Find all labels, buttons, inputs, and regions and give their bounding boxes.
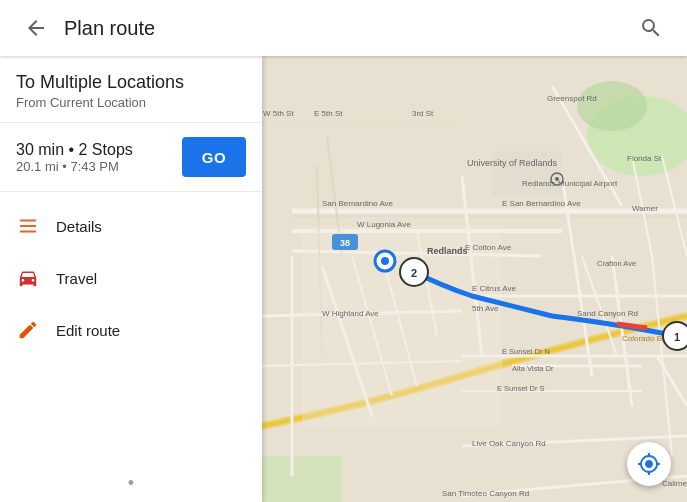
back-button[interactable]	[16, 8, 56, 48]
travel-icon	[16, 266, 40, 290]
svg-text:E Colton Ave: E Colton Ave	[465, 243, 512, 252]
svg-text:W Highland Ave: W Highland Ave	[322, 309, 379, 318]
svg-text:Redlands Municipal Airport: Redlands Municipal Airport	[522, 179, 618, 188]
svg-text:5th Ave: 5th Ave	[472, 304, 499, 313]
map-svg: 38 E San Bernardino Ave San Bernardino A…	[262, 56, 687, 502]
svg-text:Florida St: Florida St	[627, 154, 662, 163]
svg-text:E Sunset Dr S: E Sunset Dr S	[497, 384, 545, 393]
svg-point-2	[577, 81, 647, 131]
svg-text:Live Oak Canyon Rd: Live Oak Canyon Rd	[472, 439, 546, 448]
svg-rect-4	[302, 226, 502, 426]
svg-text:E Citrus Ave: E Citrus Ave	[472, 284, 516, 293]
svg-text:Redlands: Redlands	[427, 246, 468, 256]
svg-text:University of Redlands: University of Redlands	[467, 158, 558, 168]
route-info: 30 min • 2 Stops 20.1 mi • 7:43 PM GO	[0, 123, 262, 192]
svg-text:2: 2	[411, 267, 417, 279]
svg-text:Greenspot Rd: Greenspot Rd	[547, 94, 597, 103]
search-button[interactable]	[631, 8, 671, 48]
svg-rect-3	[262, 456, 342, 502]
svg-text:Warner: Warner	[632, 204, 658, 213]
travel-label: Travel	[56, 270, 97, 287]
app-header: Plan route	[0, 0, 687, 56]
svg-rect-44	[20, 220, 37, 222]
details-icon	[16, 214, 40, 238]
search-icon	[639, 16, 663, 40]
svg-text:E San Bernardino Ave: E San Bernardino Ave	[502, 199, 581, 208]
edit-route-label: Edit route	[56, 322, 120, 339]
svg-text:San Timoteo Canyon Rd: San Timoteo Canyon Rd	[442, 489, 529, 498]
destination-header: To Multiple Locations From Current Locat…	[0, 56, 262, 123]
svg-point-37	[555, 177, 559, 181]
svg-text:3rd St: 3rd St	[412, 109, 434, 118]
svg-point-41	[381, 257, 389, 265]
svg-rect-45	[20, 225, 37, 227]
destination-title: To Multiple Locations	[16, 72, 246, 93]
map-canvas[interactable]: 38 E San Bernardino Ave San Bernardino A…	[262, 56, 687, 502]
menu-item-travel[interactable]: Travel	[0, 252, 262, 304]
edit-route-icon	[16, 318, 40, 342]
svg-text:Calimesa: Calimesa	[662, 479, 687, 488]
locate-button[interactable]	[627, 442, 671, 486]
scroll-indicator: •	[0, 465, 262, 502]
details-label: Details	[56, 218, 102, 235]
svg-text:W 5th St: W 5th St	[263, 109, 294, 118]
svg-text:38: 38	[340, 238, 350, 248]
svg-text:1: 1	[674, 331, 680, 343]
route-panel: To Multiple Locations From Current Locat…	[0, 56, 262, 502]
svg-text:Alta Vista Dr: Alta Vista Dr	[512, 364, 554, 373]
menu-items: Details Travel Edit route	[0, 192, 262, 465]
svg-text:San Bernardino Ave: San Bernardino Ave	[322, 199, 394, 208]
route-details: 30 min • 2 Stops 20.1 mi • 7:43 PM	[16, 141, 133, 174]
svg-text:E Sunset Dr N: E Sunset Dr N	[502, 347, 550, 356]
svg-text:Sand Canyon Rd: Sand Canyon Rd	[577, 309, 638, 318]
back-icon	[24, 16, 48, 40]
svg-rect-46	[20, 231, 37, 233]
destination-subtitle: From Current Location	[16, 95, 246, 110]
menu-item-edit-route[interactable]: Edit route	[0, 304, 262, 356]
svg-text:Crafton Ave: Crafton Ave	[597, 259, 636, 268]
svg-text:W Lugonia Ave: W Lugonia Ave	[357, 220, 411, 229]
route-time: 30 min • 2 Stops	[16, 141, 133, 159]
go-button[interactable]: GO	[182, 137, 246, 177]
svg-text:E 5th St: E 5th St	[314, 109, 343, 118]
locate-icon	[637, 452, 661, 476]
menu-item-details[interactable]: Details	[0, 200, 262, 252]
page-title: Plan route	[64, 17, 631, 40]
route-meta: 20.1 mi • 7:43 PM	[16, 159, 133, 174]
